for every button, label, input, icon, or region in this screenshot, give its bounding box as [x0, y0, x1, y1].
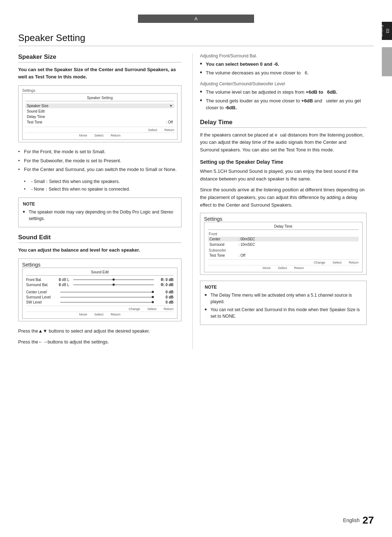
delay-time-sub-heading: Setting up the Speaker Delay Time [200, 159, 367, 165]
adjusting-center-section: Adjusting Center/Surround/Subwoofer Leve… [200, 81, 367, 111]
se-screen-footer: Change Select Return [26, 306, 173, 311]
screen-footer-nav: Move Select Return [25, 133, 174, 137]
bold-list-item: The volume decreases as you move closer … [200, 69, 367, 77]
se-center-level-row: Center Level 0 dB [26, 290, 173, 294]
dt-note-list: The Delay Time menu will be activated on… [205, 292, 362, 320]
dt-note-item: The Delay Time menu will be activated on… [205, 292, 362, 305]
bold-list-item: The sound gets louder as you move closer… [200, 97, 367, 111]
sound-edit-heading: Sound Edit [18, 234, 181, 243]
note-title: NOTE [23, 202, 177, 207]
se-bar [60, 292, 154, 292]
adjusting-center-label: Adjusting Center/Surround/Subwoofer Leve… [200, 81, 367, 86]
bold-list-item: You can select between 0 and -6. [200, 61, 367, 68]
menu-row: Sound Edit [25, 109, 174, 114]
se-sw-level-row: SW Level 0 dB [26, 300, 173, 304]
side-tab: 03 Setup [382, 22, 392, 40]
press-text-2: Press the←→buttons to adjust the setting… [18, 338, 181, 346]
se-dot [152, 291, 154, 293]
se-dot [152, 301, 154, 303]
press-text-1: Press the▲▼ buttons to select and adjust… [18, 327, 181, 335]
se-bar [73, 285, 154, 285]
screen-inner-label: Speaker Setting [25, 96, 174, 101]
menu-row: Test Tone : Off [25, 120, 174, 125]
se-surround-bal-row: Surround Bal. 0 dB L R: 0 dB [26, 283, 173, 287]
dt-surround-row: Surround : 10mSEC [208, 242, 359, 247]
note-item: The speaker mode may vary depending on t… [23, 209, 177, 222]
delay-time-screen: Settings Delay Time Front Center : 00mSE… [200, 213, 367, 275]
page-container: 03 Setup A Speaker Setting Speaker Size … [0, 0, 392, 537]
footer-language: English [343, 517, 360, 523]
speaker-size-intro: You can set the Speaker Size of the Cent… [18, 66, 181, 80]
sub-bullet-item: - Small：Select this when using the speak… [24, 178, 181, 185]
dt-screen-footer: Change Select Return [208, 259, 359, 264]
dt-front-label: Front [208, 232, 359, 236]
delay-inner: Delay Time Front Center : 00mSEC Surroun… [204, 222, 363, 272]
dt-title: Delay Time [208, 224, 359, 230]
left-column: Speaker Size You can set the Speaker Siz… [18, 53, 192, 349]
delay-time-body3: Since the sounds arrive at the listening… [200, 186, 367, 209]
bullet-item: For the Front, the mode is set to Small. [18, 148, 181, 155]
dt-note-title: NOTE [205, 285, 362, 290]
se-title: Sound Edit [26, 270, 173, 276]
bullet-item: For the Center and Surround, you can swi… [18, 166, 181, 173]
speaker-size-sub-bullets: - Small：Select this when using the speak… [24, 178, 181, 192]
sound-edit-inner: Sound Edit Front Bal. 0 dB L R: 0 dB [22, 268, 177, 319]
delay-time-section: Delay Time If the speakers cannot be pla… [200, 119, 367, 325]
speaker-size-heading: Speaker Size [18, 53, 181, 62]
adjusting-center-list: The volume level can be adjusted in step… [200, 89, 367, 111]
se-bar [73, 280, 154, 280]
se-dot [113, 278, 115, 281]
adjusting-front-section: Adjusting Front/Surround Bal. You can se… [200, 53, 367, 76]
dt-note-item: You can not set Center and Surround in t… [205, 306, 362, 320]
se-dot [113, 284, 115, 286]
dt-testtone-row: Test Tone : Off [208, 253, 359, 258]
sound-edit-screen: Settings Sound Edit Front Bal. 0 dB L R:… [18, 259, 181, 321]
speaker-size-section: Speaker Size You can set the Speaker Siz… [18, 53, 181, 227]
bullet-item: For the Subwoofer, the mode is set to Pr… [18, 157, 181, 164]
screen-footer: Select Return [25, 127, 174, 132]
sound-edit-intro: You can adjust the balance and level for… [18, 247, 181, 254]
se-surround-level-row: Surround Level 0 dB [26, 295, 173, 299]
main-content: Speaker Size You can set the Speaker Siz… [0, 53, 392, 349]
menu-row: Delay Time [25, 114, 174, 119]
adjusting-front-label: Adjusting Front/Surround Bal. [200, 53, 367, 58]
dt-center-row: Center : 00mSEC [208, 237, 359, 241]
header-a-bar: A [138, 15, 254, 23]
screen-outer-label: Settings [22, 89, 177, 93]
menu-row: Speaker Size ▼ [25, 103, 174, 108]
se-footer-nav: Move Select Return [26, 312, 173, 316]
dt-footer-nav: Move Select Return [208, 265, 359, 270]
delay-time-body1: If the speakers cannot be placed at e ua… [200, 131, 367, 154]
dt-subwoofer-label: Subwoofer [208, 248, 359, 252]
menu-items: Speaker Size ▼ Sound Edit Delay Time Tes… [25, 103, 174, 125]
page-title: Speaker Setting [18, 32, 374, 46]
speaker-size-bullets: For the Front, the mode is set to Small.… [18, 148, 181, 173]
speaker-size-screen: Settings Speaker Setting Speaker Size ▼ … [18, 85, 181, 142]
delay-time-note: NOTE The Delay Time menu will be activat… [200, 281, 367, 325]
dt-outer-label: Settings [204, 216, 363, 222]
speaker-size-note: NOTE The speaker mode may vary depending… [18, 198, 181, 227]
se-outer-label: Settings [22, 262, 177, 268]
delay-time-heading: Delay Time [200, 119, 367, 128]
adjusting-front-list: You can select between 0 and -6. The vol… [200, 61, 367, 76]
right-column: Adjusting Front/Surround Bal. You can se… [192, 53, 367, 349]
side-tab-label: Setup [380, 25, 384, 37]
se-front-bal-row: Front Bal. 0 dB L R: 0 dB [26, 278, 173, 282]
note-list: The speaker mode may vary depending on t… [23, 209, 177, 222]
side-tab-number: 03 [385, 29, 390, 33]
side-tab-gray [382, 47, 392, 76]
page-footer: English 27 [343, 514, 374, 526]
sub-bullet-item: - None：Select this when no speaker is co… [24, 186, 181, 192]
se-dot [152, 296, 154, 298]
delay-time-body2: When 5.1CH Surround Sound is played, you… [200, 168, 367, 183]
se-bar [60, 297, 154, 297]
screen-inner: Speaker Setting Speaker Size ▼ Sound Edi… [22, 93, 177, 140]
se-bar [60, 302, 154, 302]
sound-edit-section: Sound Edit You can adjust the balance an… [18, 234, 181, 346]
bold-list-item: The volume level can be adjusted in step… [200, 89, 367, 96]
footer-page-number: 27 [363, 514, 374, 526]
